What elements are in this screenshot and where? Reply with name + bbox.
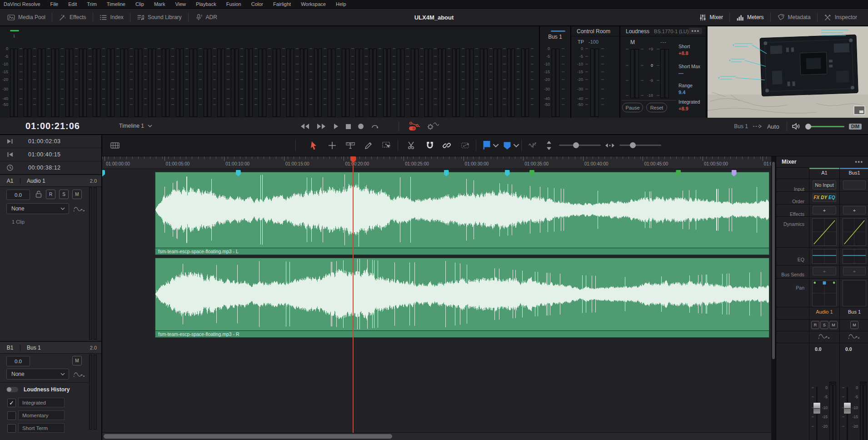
timeline-selector[interactable]: Timeline 1: [119, 123, 152, 129]
short-term-checkbox[interactable]: [7, 424, 16, 433]
meters-button[interactable]: Meters: [730, 9, 770, 25]
menu-item-edit[interactable]: Edit: [68, 1, 77, 7]
fast-forward-button[interactable]: [316, 123, 326, 130]
timeline-view-icon[interactable]: [108, 135, 122, 156]
metadata-button[interactable]: Metadata: [771, 9, 817, 25]
vscroll-thumb[interactable]: [772, 162, 775, 359]
menu-item-file[interactable]: File: [50, 1, 59, 7]
effects-add-button[interactable]: +: [813, 206, 836, 215]
menu-item-workspace[interactable]: Workspace: [301, 1, 326, 7]
automation-toggle-icon[interactable]: [408, 120, 421, 131]
track-m-button[interactable]: M: [72, 190, 82, 199]
channel-input-box[interactable]: [843, 180, 866, 190]
monitor-volume-slider[interactable]: [805, 124, 844, 130]
waveform-zoom-icon[interactable]: [526, 135, 540, 156]
chevron-down-icon[interactable]: [493, 135, 499, 156]
marker-menu[interactable]: [502, 135, 512, 156]
timecode-field[interactable]: 00:00:38:12: [28, 165, 61, 171]
media-pool-button[interactable]: Media Pool: [1, 9, 52, 25]
sound-library-button[interactable]: Sound Library: [130, 9, 188, 25]
dim-button[interactable]: DIM: [849, 124, 862, 130]
audio-clip-left-channel[interactable]: fsm-team-escp-space-floating.mp3 - L: [155, 172, 769, 255]
picture-in-picture-icon[interactable]: [853, 105, 865, 115]
loop-button[interactable]: [370, 123, 379, 130]
fader-knob[interactable]: [813, 402, 821, 414]
menu-item-clip[interactable]: Clip: [135, 1, 144, 7]
menu-item-playback[interactable]: Playback: [196, 1, 216, 7]
timeline-area[interactable]: 01:00:00:0001:00:05:0001:00:10:0001:00:1…: [102, 156, 771, 440]
menu-item-color[interactable]: Color: [251, 1, 263, 7]
adr-button[interactable]: ADR: [189, 9, 224, 25]
bus-mute-button[interactable]: M: [72, 356, 82, 365]
play-button[interactable]: [333, 123, 339, 130]
volume-knob[interactable]: [805, 124, 811, 130]
eq-graph[interactable]: [843, 249, 866, 264]
menu-item-timeline[interactable]: Timeline: [107, 1, 125, 7]
trim-tool[interactable]: [325, 135, 339, 156]
keyframe-tool[interactable]: [459, 135, 473, 156]
index-button[interactable]: Index: [93, 9, 130, 25]
timeline-ruler[interactable]: 01:00:00:0001:00:05:0001:00:10:0001:00:1…: [102, 156, 771, 169]
automation-curve-icon[interactable]: [818, 333, 830, 340]
menu-item-mark[interactable]: Mark: [154, 1, 165, 7]
rewind-button[interactable]: [300, 123, 310, 130]
horizontal-scrollbar[interactable]: [102, 432, 771, 440]
channel-order-box[interactable]: FXDYEQ: [813, 193, 836, 202]
loudness-pause-button[interactable]: Pause: [622, 103, 643, 112]
horizontal-zoom-slider[interactable]: [619, 145, 661, 146]
playhead-timecode[interactable]: 01:00:21:06: [25, 121, 80, 131]
timecode-field[interactable]: 01:00:02:03: [28, 138, 61, 145]
loudness-menu-icon[interactable]: •••: [689, 28, 702, 34]
pencil-tool[interactable]: [362, 135, 375, 156]
horizontal-zoom-knob[interactable]: [630, 142, 636, 148]
channel-s-button[interactable]: S: [820, 321, 828, 329]
track-header-b1[interactable]: B1Bus 12.0: [0, 341, 101, 354]
loudness-reset-button[interactable]: Reset: [646, 103, 667, 112]
channel-r-button[interactable]: R: [811, 321, 819, 329]
speaker-icon[interactable]: [792, 123, 801, 130]
menu-item-help[interactable]: Help: [336, 1, 346, 7]
automation-settings-icon[interactable]: [426, 120, 439, 131]
mixer-button[interactable]: Mixer: [693, 9, 729, 25]
pan-grid[interactable]: [843, 280, 866, 306]
timeline-marker[interactable]: [102, 170, 105, 176]
track-r-button[interactable]: R: [46, 190, 55, 199]
marquee-tool[interactable]: [380, 135, 394, 156]
bus-gain-field[interactable]: 0.0: [6, 356, 30, 366]
menu-item-view[interactable]: View: [175, 1, 186, 7]
record-button[interactable]: [358, 123, 364, 130]
range-tool[interactable]: [344, 135, 357, 156]
chevron-down-icon[interactable]: [513, 135, 519, 156]
bus-send-add-button[interactable]: +: [843, 267, 866, 275]
loudness-history-toggle[interactable]: [6, 387, 18, 392]
automation-curve-icon[interactable]: [848, 333, 860, 340]
menu-item-fusion[interactable]: Fusion: [226, 1, 241, 7]
menu-item-trim[interactable]: Trim: [87, 1, 97, 7]
monitor-bus-label[interactable]: Bus 1: [734, 123, 748, 130]
loudness-title[interactable]: Loudness: [626, 28, 649, 35]
selection-tool[interactable]: [307, 135, 321, 156]
lock-open-icon[interactable]: [35, 190, 43, 198]
bus-automation-dropdown[interactable]: None: [6, 369, 69, 380]
audio-clip-right-channel[interactable]: fsm-team-escp-space-floating.mp3 - R: [155, 258, 769, 338]
momentary-checkbox[interactable]: [7, 411, 16, 420]
effects-button[interactable]: Effects: [52, 9, 92, 25]
automation-curve-icon[interactable]: [74, 205, 85, 213]
channel-m-button[interactable]: M: [829, 321, 838, 329]
playhead[interactable]: [353, 156, 354, 433]
channel-m-button[interactable]: M: [850, 321, 858, 329]
link-toggle[interactable]: [440, 135, 454, 156]
timecode-field[interactable]: 01:00:40:15: [28, 151, 61, 158]
stop-button[interactable]: [345, 124, 351, 130]
menu-item-davinci-resolve[interactable]: DaVinci Resolve: [4, 1, 40, 7]
track-s-button[interactable]: S: [59, 190, 69, 199]
inspector-button[interactable]: Inspector: [818, 9, 863, 25]
vertical-zoom-knob[interactable]: [573, 142, 579, 148]
eq-graph[interactable]: [812, 249, 837, 264]
track-header-a1[interactable]: A1Audio 12.0: [0, 174, 101, 187]
track-gain-field[interactable]: 0.0: [6, 190, 30, 200]
snap-toggle[interactable]: [423, 135, 437, 156]
integrated-checkbox[interactable]: ✓: [7, 399, 16, 407]
dynamics-graph[interactable]: [812, 218, 837, 246]
effects-add-button[interactable]: +: [843, 206, 866, 215]
